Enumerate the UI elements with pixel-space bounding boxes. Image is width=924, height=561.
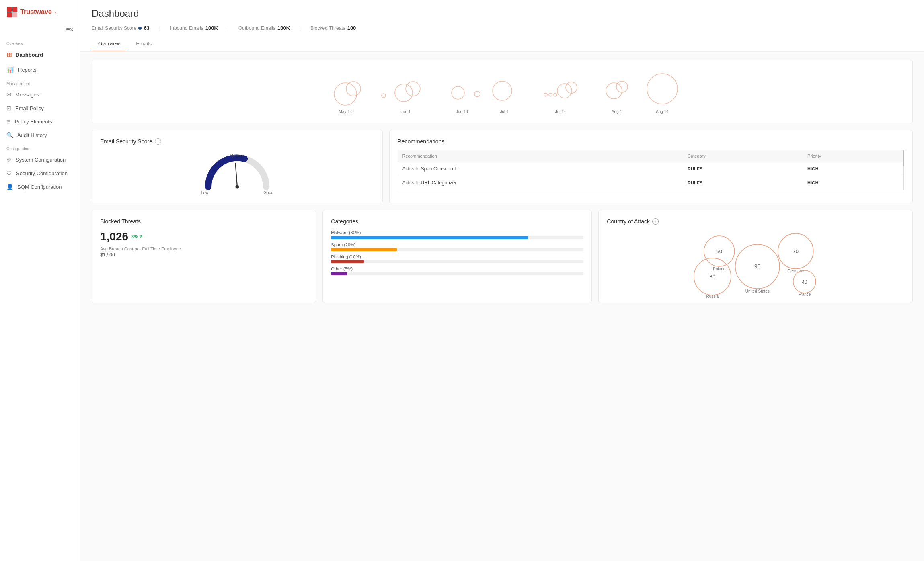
rec-row-2-cat: RULES (683, 176, 803, 190)
section-label-configuration: Configuration (0, 142, 80, 153)
category-item: Spam (20%) (331, 242, 583, 251)
sidebar-label-email-policy: Email Policy (15, 105, 44, 111)
cat-card-title: Categories (331, 218, 583, 225)
dashboard-icon: ⊞ (6, 51, 12, 59)
cat-label: Other (5%) (331, 266, 583, 271)
svg-text:Poland: Poland (713, 267, 726, 271)
bt-trend: 3% ↗ (131, 234, 142, 240)
cat-bar-bg (331, 272, 583, 275)
sidebar-item-system-config[interactable]: ⚙ System Configuration (0, 153, 80, 166)
scroll-indicator (903, 150, 904, 190)
country-svg: 60 Poland 80 Russia 90 United States 70 (607, 230, 904, 299)
trustwave-logo-icon (6, 6, 18, 18)
logo-text: Trustwave (20, 8, 52, 16)
country-chart: 60 Poland 80 Russia 90 United States 70 (607, 230, 904, 295)
svg-text:Jun 1: Jun 1 (401, 109, 411, 114)
svg-text:70: 70 (793, 248, 799, 254)
svg-point-8 (406, 82, 420, 96)
rec-row-2-pri: HIGH (803, 176, 904, 190)
system-config-icon: ⚙ (6, 156, 12, 163)
stat-label-ess: Email Security Score (92, 25, 136, 31)
header-stats: Email Security Score 63 | Inbound Emails… (92, 23, 913, 36)
sidebar-item-audit-history[interactable]: 🔍 Audit History (0, 128, 80, 142)
bt-subtitle: Avg Breach Cost per Full Time Employee (100, 246, 308, 251)
cat-label: Malware (60%) (331, 230, 583, 235)
sidebar-label-audit-history: Audit History (17, 132, 47, 138)
tab-overview[interactable]: Overview (92, 37, 126, 51)
rec-table: Recommendation Category Priority Activat… (398, 150, 904, 190)
section-label-management: Management (0, 77, 80, 88)
sidebar-item-sqm-config[interactable]: 👤 SQM Configuration (0, 180, 80, 194)
svg-point-10 (474, 91, 480, 97)
sidebar: Trustwave · ≡× Overview ⊞ Dashboard 📊 Re… (0, 0, 80, 561)
coa-info-icon[interactable]: i (652, 218, 659, 225)
sidebar-label-sqm-config: SQM Configuration (17, 184, 62, 190)
svg-text:60: 60 (717, 248, 722, 254)
svg-point-19 (647, 74, 678, 104)
coa-title-text: Country of Attack (607, 218, 650, 225)
svg-point-5 (346, 82, 361, 96)
bottom-row: Blocked Threats 1,026 3% ↗ Avg Breach Co… (92, 210, 913, 303)
sidebar-item-email-policy[interactable]: ⊡ Email Policy (0, 101, 80, 115)
cat-title-text: Categories (331, 218, 358, 225)
tab-emails[interactable]: Emails (129, 37, 158, 51)
trend-arrow-icon: ↗ (139, 234, 142, 240)
svg-point-9 (452, 86, 464, 99)
sidebar-item-policy-elements[interactable]: ⊟ Policy Elements (0, 115, 80, 128)
rec-col-category: Category (683, 150, 803, 162)
stat-label-outbound: Outbound Emails (238, 25, 275, 31)
svg-point-6 (382, 94, 386, 98)
rec-table-head: Recommendation Category Priority (398, 150, 904, 162)
sqm-config-icon: 👤 (6, 184, 13, 190)
svg-text:80: 80 (710, 274, 715, 280)
svg-text:Jul 1: Jul 1 (500, 109, 509, 114)
sidebar-label-security-config: Security Configuration (16, 170, 68, 176)
svg-text:Moderate: Moderate (230, 154, 244, 157)
svg-rect-2 (7, 12, 12, 17)
category-item: Phishing (10%) (331, 254, 583, 263)
stat-blocked-threats: Blocked Threats 100 (310, 25, 356, 31)
cat-bar-bg (331, 236, 583, 239)
reports-icon: 📊 (6, 66, 14, 73)
svg-point-4 (334, 83, 357, 105)
sidebar-item-reports[interactable]: 📊 Reports (0, 62, 80, 77)
audit-history-icon: 🔍 (6, 132, 13, 138)
menu-toggle[interactable]: ≡× (0, 23, 80, 37)
rec-row-1-cat: RULES (683, 162, 803, 176)
stat-label-bt: Blocked Threats (310, 25, 345, 31)
main-content: Dashboard Email Security Score 63 | Inbo… (80, 0, 924, 561)
svg-text:40: 40 (802, 279, 807, 285)
sidebar-item-messages[interactable]: ✉ Messages (0, 88, 80, 101)
rec-row-2-name: Activate URL Categorizer (398, 176, 683, 190)
categories-card: Categories Malware (60%) Spam (20%) Phis… (322, 210, 592, 303)
svg-point-7 (395, 84, 413, 102)
rec-row-1-pri: HIGH (803, 162, 904, 176)
sidebar-item-security-config[interactable]: 🛡 Security Configuration (0, 166, 80, 180)
bt-title-text: Blocked Threats (100, 218, 141, 225)
cat-bar-bg (331, 260, 583, 263)
svg-text:Aug 14: Aug 14 (656, 109, 669, 114)
blocked-threats-card: Blocked Threats 1,026 3% ↗ Avg Breach Co… (92, 210, 316, 303)
rec-col-recommendation: Recommendation (398, 150, 683, 162)
svg-text:Jul 14: Jul 14 (555, 109, 566, 114)
rec-title-text: Recommendations (398, 138, 445, 145)
svg-text:Jun 14: Jun 14 (456, 109, 468, 114)
categories-list: Malware (60%) Spam (20%) Phishing (10%) … (331, 230, 583, 275)
middle-row: Email Security Score i Moderate (92, 130, 913, 203)
category-item: Other (5%) (331, 266, 583, 275)
inbound-value: 100K (205, 25, 218, 31)
table-row: Activate URL Categorizer RULES HIGH (398, 176, 904, 190)
rec-header-row: Recommendation Category Priority (398, 150, 904, 162)
ess-card-title: Email Security Score i (100, 138, 374, 145)
email-policy-icon: ⊡ (6, 105, 11, 111)
logo: Trustwave · (0, 0, 80, 23)
svg-text:France: France (799, 292, 811, 297)
stat-inbound: Inbound Emails 100K (170, 25, 218, 31)
svg-text:90: 90 (754, 263, 761, 270)
sidebar-item-dashboard[interactable]: ⊞ Dashboard (0, 47, 80, 62)
ess-info-icon[interactable]: i (155, 138, 161, 145)
svg-point-12 (544, 93, 547, 96)
scroll-thumb (903, 150, 904, 166)
sidebar-label-policy-elements: Policy Elements (15, 119, 52, 125)
svg-point-28 (235, 185, 239, 189)
